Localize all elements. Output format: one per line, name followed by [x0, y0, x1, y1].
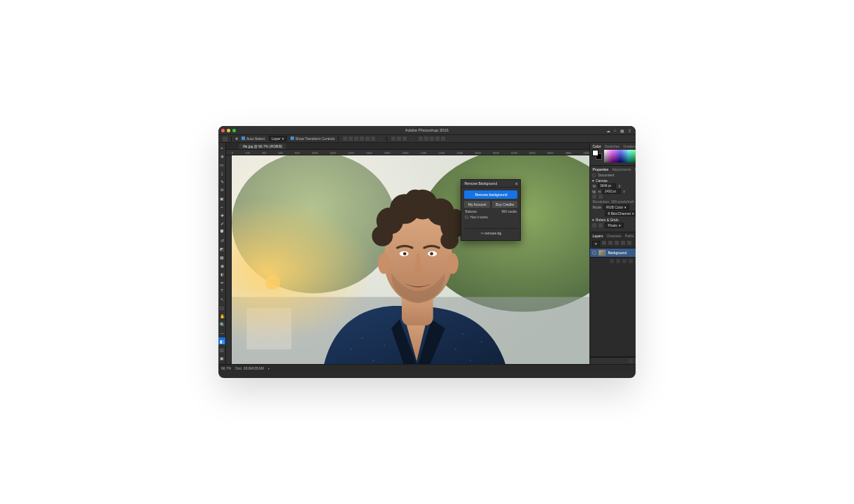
show-transform-checkbox[interactable] — [290, 136, 294, 140]
zoom-level[interactable]: 66.7% — [221, 366, 231, 370]
document-info[interactable]: Doc: 28.6M/28.6M — [235, 366, 264, 370]
titlebar-right-icons: ☁ ⌕ ▦ ⇪ — [606, 128, 631, 133]
tab-channels[interactable]: Channels — [607, 234, 622, 238]
lasso-tool[interactable]: ⟆ — [218, 169, 225, 176]
svg-point-20 — [372, 225, 393, 246]
layer-visibility-icon[interactable] — [592, 251, 596, 255]
crop-tool[interactable]: ⧉ — [218, 186, 225, 193]
color-swatch-tool[interactable]: ◧ — [218, 337, 225, 344]
canvas[interactable]: Remove Background ≡ Remove background My… — [232, 155, 589, 364]
tab-gradients[interactable]: Gradients — [623, 144, 636, 148]
main-area: » ✥ ▭ ⟆ ✎ ⧉ ▣ ⌁ ✚ ✐ ⛊ ↺ ◩ ▦ ◉ ◐ ✒ T ↖ ▢ … — [218, 143, 636, 364]
layer-fx-icon[interactable] — [616, 259, 620, 263]
orientation-landscape-icon[interactable] — [598, 195, 603, 199]
filter-adjust-icon[interactable] — [608, 241, 612, 245]
filter-type-icon[interactable] — [615, 241, 619, 245]
stamp-tool[interactable]: ⛊ — [218, 228, 225, 235]
filter-pixel-icon[interactable] — [602, 241, 606, 245]
grid-toggle-icon[interactable] — [598, 223, 603, 227]
tab-paths[interactable]: Paths — [625, 234, 634, 238]
remove-background-button[interactable]: Remove background — [464, 190, 517, 199]
svg-point-26 — [350, 349, 351, 350]
filter-shape-icon[interactable] — [621, 241, 625, 245]
plugin-title: Remove Background — [464, 181, 497, 186]
tab-color[interactable]: Color — [592, 144, 601, 148]
layer-background[interactable]: Background 🔒 — [590, 248, 636, 258]
svg-point-10 — [447, 253, 458, 274]
svg-point-13 — [403, 252, 407, 255]
eraser-tool[interactable]: ◩ — [218, 245, 225, 252]
filter-smart-icon[interactable] — [627, 241, 631, 245]
height-field[interactable] — [603, 189, 621, 194]
eyedropper-tool[interactable]: ⌁ — [218, 203, 225, 210]
tab-adjustments[interactable]: Adjustments — [612, 167, 631, 172]
how-it-works-link[interactable]: How it works — [470, 216, 488, 219]
search-icon[interactable]: ⌕ — [614, 128, 617, 133]
width-field[interactable] — [598, 183, 616, 188]
quick-select-tool[interactable]: ✎ — [218, 178, 225, 185]
align-controls[interactable] — [342, 136, 376, 141]
orientation-portrait-icon[interactable] — [592, 195, 596, 199]
document-image — [232, 155, 589, 364]
width-label: W — [592, 184, 596, 188]
plugin-menu-icon[interactable]: ≡ — [516, 181, 518, 186]
ruler-toggle-icon[interactable] — [592, 223, 596, 227]
balance-label: Balance: — [465, 210, 477, 214]
history-brush-tool[interactable]: ↺ — [218, 237, 225, 244]
pen-tool[interactable]: ✒ — [218, 279, 225, 286]
plugin-brand: ✂ remove.bg — [464, 228, 517, 237]
document-tab[interactable]: file.jpg @ 66.7% (RGB/8) — [239, 144, 286, 149]
auto-select-scope-dropdown[interactable]: Layer ▾ — [269, 136, 287, 141]
distribute-controls[interactable] — [391, 136, 407, 141]
link-layers-icon[interactable] — [610, 259, 614, 263]
hand-tool[interactable]: ✋ — [218, 312, 225, 319]
move-tool-icon: ✥ — [235, 136, 238, 141]
tab-layers[interactable]: Layers — [592, 234, 603, 238]
new-group-icon[interactable] — [635, 259, 636, 263]
footer-icon-1[interactable] — [629, 359, 633, 363]
gradient-tool[interactable]: ▦ — [218, 253, 225, 260]
workspace-icon[interactable]: ▦ — [620, 128, 624, 133]
frame-tool[interactable]: ▣ — [218, 195, 225, 202]
blur-tool[interactable]: ◉ — [218, 262, 225, 269]
brush-tool[interactable]: ✐ — [218, 220, 225, 227]
edit-toolbar-icon[interactable]: ⋯ — [218, 329, 225, 336]
footer-icon-2[interactable] — [635, 359, 636, 363]
mode-3d-controls[interactable] — [418, 136, 446, 141]
path-tool[interactable]: ↖ — [218, 295, 225, 302]
mode-label: Mode — [592, 205, 601, 209]
svg-point-29 — [384, 344, 385, 346]
link-icon[interactable]: ⛓ — [592, 190, 596, 194]
bit-depth-dropdown[interactable]: 8 Bits/Channel ▾ — [605, 211, 636, 216]
share-icon[interactable]: ⇪ — [628, 128, 631, 133]
buy-credits-button[interactable]: Buy Credits — [492, 201, 518, 208]
marquee-tool[interactable]: ▭ — [218, 161, 225, 168]
dodge-tool[interactable]: ◐ — [218, 270, 225, 277]
screen-mode-tool[interactable]: ▣ — [218, 354, 225, 361]
healing-tool[interactable]: ✚ — [218, 211, 225, 218]
layer-mask-icon[interactable] — [622, 259, 626, 263]
home-button[interactable] — [223, 136, 227, 141]
color-mode-dropdown[interactable]: RGB Color ▾ — [603, 204, 629, 210]
tab-swatches[interactable]: Swatches — [604, 144, 620, 148]
layer-filter-dropdown[interactable]: ▾ — [592, 241, 600, 246]
svg-point-24 — [405, 190, 426, 211]
document-area: file.jpg @ 66.7% (RGB/8) 020040060080010… — [226, 143, 589, 364]
move-tool[interactable]: ✥ — [218, 153, 225, 160]
cloud-sync-icon[interactable]: ☁ — [606, 128, 610, 133]
auto-select-checkbox[interactable] — [241, 136, 245, 140]
color-field[interactable] — [604, 150, 636, 162]
my-account-button[interactable]: My Account — [464, 201, 490, 208]
tab-libraries[interactable]: Libraries — [635, 167, 636, 172]
svg-point-9 — [378, 253, 390, 274]
type-tool[interactable]: T — [218, 287, 225, 294]
foreground-background-swatch[interactable] — [592, 150, 602, 160]
expand-tools-icon[interactable]: » — [218, 144, 225, 151]
zoom-tool[interactable]: 🔍 — [218, 321, 225, 328]
quick-mask-tool[interactable]: ◫ — [218, 346, 225, 353]
properties-heading: Document — [598, 173, 614, 177]
shape-tool[interactable]: ▢ — [218, 304, 225, 311]
new-adjustment-icon[interactable] — [629, 259, 633, 263]
ruler-units-dropdown[interactable]: Pixels ▾ — [605, 223, 623, 228]
tab-properties[interactable]: Properties — [592, 167, 608, 172]
